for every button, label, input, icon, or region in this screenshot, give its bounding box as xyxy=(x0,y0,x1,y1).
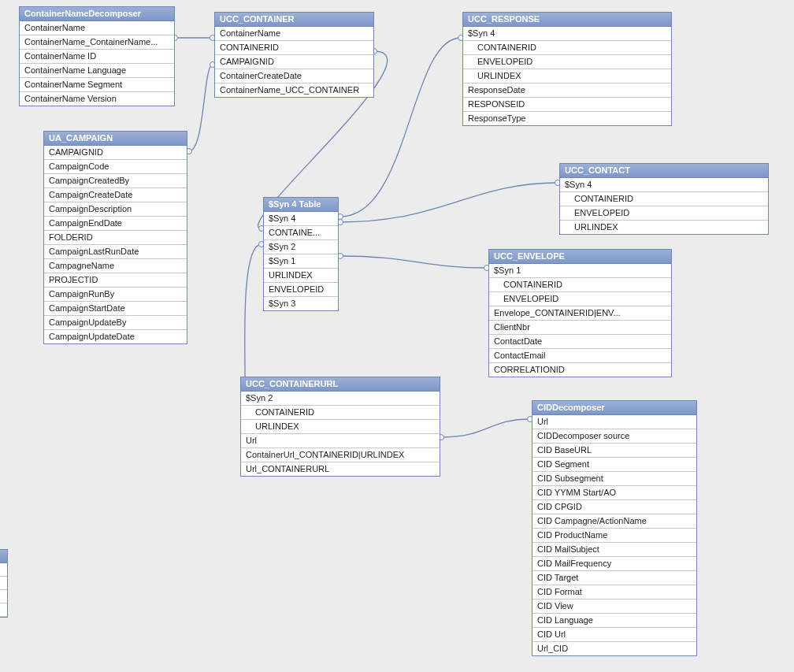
field-row[interactable]: CID Campagne/ActionName xyxy=(532,514,696,529)
entity-title: UCC_CONTAINER xyxy=(215,13,373,27)
field-row[interactable]: ContainerName_UCC_CONTAINER xyxy=(215,84,373,97)
entity-uccResponse[interactable]: UCC_RESPONSE $Syn 4CONTAINERIDENVELOPEID… xyxy=(462,12,672,126)
field-row[interactable]: CID Format xyxy=(532,585,696,600)
field-row[interactable]: FOLDERID xyxy=(44,231,187,245)
diagram-canvas: ContainerNameDecomposer ContainerNameCon… xyxy=(0,0,794,672)
field-row[interactable]: CampaignCreatedBy xyxy=(44,174,187,188)
field-row[interactable]: CID View xyxy=(532,600,696,614)
field-row[interactable]: ClientNbr xyxy=(489,321,671,335)
field-row[interactable]: Url_CONTAINERURL xyxy=(241,462,440,476)
field-row[interactable]: ContainerCreateDate xyxy=(215,69,373,84)
field-row[interactable]: CONTAINERID xyxy=(489,278,671,292)
field-row[interactable]: CampaignCode xyxy=(44,160,187,174)
field-row[interactable]: CONTAINE... xyxy=(264,226,338,240)
field-row[interactable]: ContainerUrl_CONTAINERID|URLINDEX xyxy=(241,448,440,462)
entity-uccContainerUrl[interactable]: UCC_CONTAINERURL $Syn 2CONTAINERIDURLIND… xyxy=(240,377,440,477)
entity-title: UA_CAMPAIGN xyxy=(44,132,187,146)
field-row[interactable]: CampaignLastRunDate xyxy=(44,245,187,259)
entity-uccContact[interactable]: UCC_CONTACT $Syn 4CONTAINERIDENVELOPEIDU… xyxy=(559,163,769,235)
field-row[interactable]: ContainerName_ContainerName... xyxy=(20,35,174,50)
entity-title: UCC_RESPONSE xyxy=(463,13,671,27)
field-row[interactable]: ContainerName ID xyxy=(20,50,174,64)
entity-fields: ContainerNameContainerName_ContainerName… xyxy=(20,21,174,106)
field-row[interactable]: Url_CID xyxy=(532,642,696,655)
entity-title: UCC_ENVELOPE xyxy=(489,250,671,264)
entity-uccEnvelope[interactable]: UCC_ENVELOPE $Syn 1CONTAINERIDENVELOPEID… xyxy=(488,249,672,377)
field-row[interactable]: PROJECTID xyxy=(44,273,187,288)
field-row[interactable]: ResponseType xyxy=(463,112,671,125)
field-row[interactable]: CID BaseURL xyxy=(532,444,696,458)
field-row[interactable]: CampaignRunBy xyxy=(44,288,187,302)
field-row[interactable]: CIDDecomposer source xyxy=(532,429,696,444)
entity-cidDecomposer[interactable]: CIDDecomposer UrlCIDDecomposer sourceCID… xyxy=(532,400,697,656)
field-row[interactable]: $Syn 2 xyxy=(241,392,440,406)
field-row[interactable]: CONTAINERID xyxy=(463,41,671,55)
field-row[interactable]: ContainerName xyxy=(215,27,373,41)
field-row[interactable]: CID CPGID xyxy=(532,500,696,514)
entity-fields: $Syn 4CONTAINERIDENVELOPEIDURLINDEXRespo… xyxy=(463,27,671,125)
entity-title: UCC_CONTAINERURL xyxy=(241,377,440,392)
entity-fragment xyxy=(0,549,8,618)
field-row[interactable]: ENVELOPEID xyxy=(489,292,671,306)
field-row[interactable]: CONTAINERID xyxy=(241,406,440,420)
field-row[interactable]: CONTAINERID xyxy=(560,192,768,206)
field-row[interactable]: $Syn 4 xyxy=(264,212,338,226)
field-row[interactable]: Url xyxy=(241,434,440,448)
field-row[interactable]: ContactDate xyxy=(489,335,671,349)
entity-title: $Syn 4 Table xyxy=(264,198,338,212)
entity-fields: $Syn 4CONTAINE...$Syn 2$Syn 1URLINDEXENV… xyxy=(264,212,338,310)
field-row[interactable]: RESPONSEID xyxy=(463,98,671,112)
entity-syn4Table[interactable]: $Syn 4 Table $Syn 4CONTAINE...$Syn 2$Syn… xyxy=(263,197,339,311)
field-row[interactable]: CampaignDescription xyxy=(44,202,187,217)
field-row[interactable]: URLINDEX xyxy=(264,269,338,283)
entity-uccContainer[interactable]: UCC_CONTAINER ContainerNameCONTAINERIDCA… xyxy=(214,12,374,98)
field-row[interactable]: ContainerName Version xyxy=(20,92,174,106)
field-row[interactable]: CID Subsegment xyxy=(532,472,696,486)
field-row[interactable]: CID Language xyxy=(532,614,696,628)
field-row[interactable]: CampaignEndDate xyxy=(44,217,187,231)
field-row[interactable]: ContainerName Segment xyxy=(20,78,174,92)
field-row[interactable]: Url xyxy=(532,415,696,429)
field-row[interactable]: ENVELOPEID xyxy=(560,206,768,221)
entity-uaCampaign[interactable]: UA_CAMPAIGN CAMPAIGNIDCampaignCodeCampai… xyxy=(43,131,187,344)
field-row[interactable]: CAMPAIGNID xyxy=(44,146,187,160)
field-row[interactable]: CampaignStartDate xyxy=(44,302,187,316)
field-row[interactable]: CampaignUpdateBy xyxy=(44,316,187,330)
field-row[interactable]: CampaignCreateDate xyxy=(44,188,187,202)
field-row[interactable]: URLINDEX xyxy=(241,420,440,434)
field-row[interactable]: CID MailSubject xyxy=(532,543,696,557)
entity-fields: ContainerNameCONTAINERIDCAMPAIGNIDContai… xyxy=(215,27,373,97)
field-row[interactable]: ResponseDate xyxy=(463,84,671,98)
field-row[interactable]: URLINDEX xyxy=(463,69,671,84)
field-row[interactable]: ENVELOPEID xyxy=(264,283,338,297)
field-row[interactable]: Envelope_CONTAINERID|ENV... xyxy=(489,306,671,321)
entity-fields: $Syn 4CONTAINERIDENVELOPEIDURLINDEX xyxy=(560,178,768,234)
entity-fields: CAMPAIGNIDCampaignCodeCampaignCreatedByC… xyxy=(44,146,187,343)
field-row[interactable]: CAMPAIGNID xyxy=(215,55,373,69)
field-row[interactable]: URLINDEX xyxy=(560,221,768,234)
field-row[interactable]: CampaignUpdateDate xyxy=(44,330,187,343)
entity-containerNameDecomposer[interactable]: ContainerNameDecomposer ContainerNameCon… xyxy=(19,6,175,106)
field-row[interactable]: CID Target xyxy=(532,571,696,585)
field-row[interactable]: CID YYMM Start/AO xyxy=(532,486,696,500)
field-row[interactable]: CID MailFrequency xyxy=(532,557,696,571)
field-row[interactable]: CID Segment xyxy=(532,458,696,472)
field-row[interactable]: CONTAINERID xyxy=(215,41,373,55)
field-row[interactable]: $Syn 4 xyxy=(560,178,768,192)
field-row[interactable]: CID Url xyxy=(532,628,696,642)
field-row[interactable]: ContainerName xyxy=(20,21,174,35)
field-row[interactable]: CID ProductName xyxy=(532,529,696,543)
entity-title: ContainerNameDecomposer xyxy=(20,7,174,21)
field-row[interactable]: $Syn 3 xyxy=(264,297,338,310)
entity-fields: $Syn 2CONTAINERIDURLINDEXUrlContainerUrl… xyxy=(241,392,440,476)
field-row[interactable]: $Syn 2 xyxy=(264,240,338,254)
field-row[interactable]: $Syn 1 xyxy=(489,264,671,278)
field-row[interactable]: CORRELATIONID xyxy=(489,363,671,377)
field-row[interactable]: ENVELOPEID xyxy=(463,55,671,69)
field-row[interactable]: CampagneName xyxy=(44,259,187,273)
entity-title: CIDDecomposer xyxy=(532,401,696,415)
field-row[interactable]: $Syn 1 xyxy=(264,254,338,269)
field-row[interactable]: ContactEmail xyxy=(489,349,671,363)
field-row[interactable]: $Syn 4 xyxy=(463,27,671,41)
field-row[interactable]: ContainerName Language xyxy=(20,64,174,78)
